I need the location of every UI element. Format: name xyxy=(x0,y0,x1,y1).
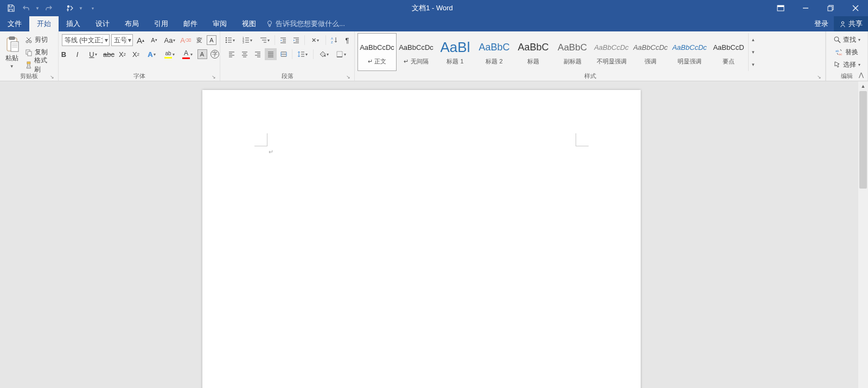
svg-point-14 xyxy=(26,41,28,43)
scroll-up-button[interactable]: ▲ xyxy=(858,81,868,91)
char-border-button[interactable]: A xyxy=(207,35,216,45)
undo-button[interactable] xyxy=(20,2,33,15)
login-button[interactable]: 登录 xyxy=(809,16,834,31)
tab-view[interactable]: 视图 xyxy=(234,16,264,31)
highlight-button[interactable]: ab▾ xyxy=(162,48,178,60)
align-left-button[interactable] xyxy=(226,48,238,60)
tell-me-search[interactable]: 告诉我您想要做什么... xyxy=(266,16,345,31)
cut-button[interactable]: 剪切 xyxy=(23,34,56,46)
minimize-button[interactable] xyxy=(793,0,818,16)
svg-point-66 xyxy=(324,55,326,57)
group-font: 等线 (中文正文▾ 五号▾ A▴ A▾ Aa▾ A⌫ 変 A B I U▾ ab… xyxy=(59,31,220,81)
style-item-0[interactable]: AaBbCcDc↵ 正文 xyxy=(358,33,397,71)
vertical-scrollbar[interactable]: ▲ xyxy=(858,81,868,388)
shading-button[interactable]: ▾ xyxy=(316,48,332,60)
bold-button[interactable]: B xyxy=(58,48,70,60)
decrease-indent-button[interactable] xyxy=(277,34,289,46)
borders-button[interactable]: ▾ xyxy=(333,48,349,60)
tab-file[interactable]: 文件 xyxy=(0,16,29,31)
find-button[interactable]: 查找▾ xyxy=(833,34,860,46)
shrink-font-button[interactable]: A▾ xyxy=(148,34,160,46)
style-label: 要点 xyxy=(723,57,735,66)
clear-formatting-button[interactable]: A⌫ xyxy=(180,34,192,46)
touch-dropdown[interactable]: ▼ xyxy=(78,2,84,15)
underline-button[interactable]: U▾ xyxy=(85,48,101,60)
touch-mode-button[interactable] xyxy=(63,2,76,15)
strikethrough-button[interactable]: abc xyxy=(103,48,115,60)
tab-home[interactable]: 开始 xyxy=(29,16,59,31)
align-right-button[interactable] xyxy=(252,48,264,60)
replace-button[interactable]: abac 替换 xyxy=(835,46,858,58)
style-item-8[interactable]: AaBbCcDc明显强调 xyxy=(670,33,709,71)
undo-dropdown[interactable]: ▼ xyxy=(35,2,40,15)
paragraph-dialog-launcher[interactable]: ↘ xyxy=(346,74,351,80)
document-page[interactable]: ↵ xyxy=(202,90,641,388)
group-label-paragraph: 段落 ↘ xyxy=(222,71,352,81)
collapse-ribbon-button[interactable]: ⋀ xyxy=(856,71,866,79)
text-effects-button[interactable]: A▾ xyxy=(144,48,160,60)
ribbon-tabs: 文件 开始 插入 设计 布局 引用 邮件 审阅 视图 告诉我您想要做什么... … xyxy=(0,16,868,31)
font-name-combo[interactable]: 等线 (中文正文▾ xyxy=(62,34,110,46)
align-center-button[interactable] xyxy=(239,48,251,60)
styles-more-button[interactable]: ▴▾▾ xyxy=(748,33,758,71)
format-painter-button[interactable]: 格式刷 xyxy=(23,59,56,71)
paste-button[interactable]: 粘贴 ▼ xyxy=(2,35,22,69)
phonetic-guide-button[interactable]: 変 xyxy=(193,34,205,46)
justify-button[interactable] xyxy=(265,48,277,60)
document-area[interactable]: ↵ xyxy=(0,81,858,388)
italic-button[interactable]: I xyxy=(72,48,84,60)
style-item-4[interactable]: AaBbC标题 xyxy=(514,33,553,71)
asian-layout-button[interactable]: ✕▾ xyxy=(307,34,323,46)
close-button[interactable] xyxy=(843,0,868,16)
scroll-thumb[interactable] xyxy=(859,91,867,189)
tab-mailings[interactable]: 邮件 xyxy=(176,16,205,31)
share-button[interactable]: 共享 xyxy=(834,16,868,31)
style-item-1[interactable]: AaBbCcDc↵ 无间隔 xyxy=(397,33,436,71)
style-item-5[interactable]: AaBbC副标题 xyxy=(553,33,592,71)
style-item-7[interactable]: AaBbCcDc强调 xyxy=(631,33,670,71)
ribbon-display-options[interactable] xyxy=(768,0,793,16)
svg-rect-2 xyxy=(777,5,784,7)
char-shading-button[interactable]: A xyxy=(197,49,207,59)
tab-design[interactable]: 设计 xyxy=(88,16,117,31)
save-button[interactable] xyxy=(4,2,17,15)
restore-button[interactable] xyxy=(818,0,843,16)
increase-indent-button[interactable] xyxy=(290,34,302,46)
tab-layout[interactable]: 布局 xyxy=(117,16,146,31)
subscript-button[interactable]: X2 xyxy=(117,48,129,60)
sort-button[interactable]: AZ xyxy=(328,34,340,46)
borders-icon xyxy=(336,50,343,58)
copy-icon xyxy=(25,49,33,56)
superscript-button[interactable]: X2 xyxy=(130,48,142,60)
distribute-button[interactable] xyxy=(278,48,290,60)
enclose-char-button[interactable]: 字 xyxy=(209,48,221,60)
multilevel-list-button[interactable]: ▾ xyxy=(256,34,272,46)
style-item-3[interactable]: AaBbC标题 2 xyxy=(475,33,514,71)
clipboard-dialog-launcher[interactable]: ↘ xyxy=(49,74,55,80)
show-marks-button[interactable]: ¶ xyxy=(341,34,353,46)
redo-button[interactable] xyxy=(42,2,55,15)
tab-insert[interactable]: 插入 xyxy=(59,16,88,31)
style-label: 副标题 xyxy=(564,57,582,66)
tab-references[interactable]: 引用 xyxy=(146,16,176,31)
select-button[interactable]: 选择▾ xyxy=(833,59,860,70)
replace-icon: abac xyxy=(835,48,843,56)
lightbulb-icon xyxy=(266,20,273,28)
qat-customize[interactable]: ▾ xyxy=(89,2,97,15)
font-color-button[interactable]: A▾ xyxy=(180,48,196,60)
style-item-6[interactable]: AaBbCcDc不明显强调 xyxy=(592,33,631,71)
line-spacing-button[interactable]: ▾ xyxy=(295,48,311,60)
styles-dialog-launcher[interactable]: ↘ xyxy=(816,74,822,80)
bullets-button[interactable]: ▾ xyxy=(221,34,238,46)
font-size-combo[interactable]: 五号▾ xyxy=(111,34,133,46)
tab-review[interactable]: 审阅 xyxy=(205,16,234,31)
style-item-2[interactable]: AaBl标题 1 xyxy=(436,33,475,71)
grow-font-button[interactable]: A▴ xyxy=(135,34,146,46)
style-preview: AaBbCcDc xyxy=(360,39,394,56)
font-dialog-launcher[interactable]: ↘ xyxy=(211,74,216,80)
style-preview: AaBbCcDc xyxy=(399,39,433,56)
change-case-button[interactable]: Aa▾ xyxy=(162,34,178,46)
style-item-9[interactable]: AaBbCcD要点 xyxy=(709,33,748,71)
numbering-button[interactable]: 123▾ xyxy=(239,34,255,46)
paragraph-mark: ↵ xyxy=(269,148,273,156)
